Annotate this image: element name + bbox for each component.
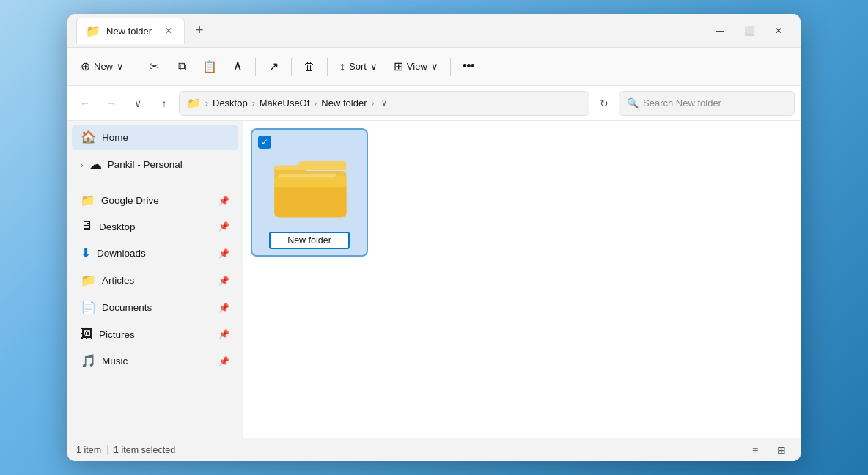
sidebar-music-label: Music xyxy=(102,356,128,367)
forward-icon: → xyxy=(106,97,117,109)
sidebar-item-pictures[interactable]: 🖼 Pictures 📌 xyxy=(72,322,238,347)
view-arrow-icon: ∨ xyxy=(431,61,438,72)
downloads-icon: ⬇ xyxy=(81,246,91,261)
sidebar-desktop-label: Desktop xyxy=(99,221,136,232)
path-makeuseOf: MakeUseOf xyxy=(260,97,310,108)
title-bar: 📁 New folder ✕ + — ⬜ ✕ xyxy=(67,14,801,48)
status-bar: 1 item 1 item selected ≡ ⊞ xyxy=(67,438,801,461)
sidebar-item-google-drive[interactable]: 📁 Google Drive 📌 xyxy=(72,188,238,213)
folder-icon-svg xyxy=(269,147,350,227)
add-tab-button[interactable]: + xyxy=(189,21,210,41)
desktop-icon: 🖥 xyxy=(81,219,93,234)
search-icon: 🔍 xyxy=(627,97,639,108)
new-label: New xyxy=(94,61,113,72)
new-button[interactable]: ⊕ New ∨ xyxy=(73,55,131,78)
google-drive-icon: 📁 xyxy=(81,194,95,207)
toolbar-sep-3 xyxy=(291,58,292,76)
sidebar-articles-label: Articles xyxy=(102,275,134,286)
maximize-button[interactable]: ⬜ xyxy=(736,21,762,41)
toolbar-sep-4 xyxy=(327,58,328,76)
music-icon: 🎵 xyxy=(81,353,96,369)
search-placeholder: Search New folder xyxy=(643,97,721,108)
minimize-button[interactable]: — xyxy=(707,21,733,41)
forward-button[interactable]: → xyxy=(100,92,123,115)
path-desktop: Desktop xyxy=(213,97,248,108)
folder-item-new-folder[interactable]: ✓ xyxy=(251,128,368,257)
pin-icon-music: 📌 xyxy=(218,356,229,367)
sidebar-pictures-label: Pictures xyxy=(99,329,135,340)
sidebar-documents-label: Documents xyxy=(102,302,152,313)
close-button[interactable]: ✕ xyxy=(765,21,792,41)
dropdown-nav-icon: ∨ xyxy=(134,97,141,109)
folder-name-input[interactable] xyxy=(269,232,350,249)
item-count: 1 item xyxy=(76,445,101,455)
articles-icon: 📁 xyxy=(81,273,96,288)
sidebar-google-drive-label: Google Drive xyxy=(101,195,159,206)
cut-icon: ✂ xyxy=(150,59,159,73)
refresh-icon: ↻ xyxy=(600,97,608,109)
sidebar-item-documents[interactable]: 📄 Documents 📌 xyxy=(72,295,238,320)
address-path[interactable]: 📁 › Desktop › MakeUseOf › New folder › ∨ xyxy=(179,91,589,116)
more-button[interactable]: ••• xyxy=(455,54,482,80)
delete-icon: 🗑 xyxy=(304,60,315,73)
list-view-button[interactable]: ≡ xyxy=(745,441,765,459)
refresh-button[interactable]: ↻ xyxy=(592,92,616,115)
toolbar-sep-1 xyxy=(136,58,136,76)
pin-icon-articles: 📌 xyxy=(218,276,229,286)
path-new-folder: New folder xyxy=(321,97,367,108)
address-bar: ← → ∨ ↑ 📁 › Desktop › MakeUseOf › New fo… xyxy=(67,86,801,121)
up-button[interactable]: ↑ xyxy=(152,92,176,115)
sidebar-item-articles[interactable]: 📁 Articles 📌 xyxy=(72,268,238,293)
pin-icon-pictures: 📌 xyxy=(218,329,229,339)
path-sep-4: › xyxy=(371,98,374,108)
sidebar-item-pankil[interactable]: › ☁ Pankil - Personal xyxy=(72,152,238,177)
sort-arrow-icon: ∨ xyxy=(370,61,378,72)
main-content: 🏠 Home › ☁ Pankil - Personal 📁 Google Dr… xyxy=(67,121,801,438)
list-view-icon: ≡ xyxy=(752,444,758,456)
pin-icon-downloads: 📌 xyxy=(218,248,229,259)
path-sep-2: › xyxy=(252,98,255,108)
tab-label: New folder xyxy=(106,26,152,37)
rename-button[interactable]: Ａ xyxy=(224,54,251,80)
toolbar-sep-5 xyxy=(450,58,451,76)
toolbar: ⊕ New ∨ ✂ ⧉ 📋 Ａ ↗ 🗑 ↕ Sort ∨ xyxy=(67,48,801,86)
delete-button[interactable]: 🗑 xyxy=(296,54,323,80)
sidebar-item-music[interactable]: 🎵 Music 📌 xyxy=(72,348,238,374)
status-separator xyxy=(107,445,108,455)
path-folder-icon: 📁 xyxy=(187,97,201,110)
copy-button[interactable]: ⧉ xyxy=(169,54,195,80)
pin-icon-desktop: 📌 xyxy=(218,221,229,232)
rename-icon: Ａ xyxy=(232,60,243,73)
sidebar-item-desktop[interactable]: 🖥 Desktop 📌 xyxy=(72,214,238,239)
sort-button[interactable]: ↕ Sort ∨ xyxy=(332,56,385,78)
sidebar-item-downloads[interactable]: ⬇ Downloads 📌 xyxy=(72,240,238,266)
more-icon: ••• xyxy=(463,59,474,74)
sort-label: Sort xyxy=(349,61,367,72)
view-button[interactable]: ⊞ View ∨ xyxy=(386,55,446,78)
path-sep-3: › xyxy=(314,98,317,108)
selected-count: 1 item selected xyxy=(114,445,175,455)
pin-icon: 📌 xyxy=(218,196,229,206)
file-explorer-window: 📁 New folder ✕ + — ⬜ ✕ ⊕ New ∨ ✂ ⧉ 📋 Ａ xyxy=(67,14,801,461)
toolbar-sep-2 xyxy=(255,58,256,76)
window-controls: — ⬜ ✕ xyxy=(707,21,792,41)
share-button[interactable]: ↗ xyxy=(260,54,287,80)
folder-checkbox[interactable]: ✓ xyxy=(258,136,271,149)
sidebar-downloads-label: Downloads xyxy=(97,248,146,259)
path-sep-1: › xyxy=(205,98,208,108)
back-button[interactable]: ← xyxy=(73,92,97,115)
search-box[interactable]: 🔍 Search New folder xyxy=(619,91,795,116)
grid-view-button[interactable]: ⊞ xyxy=(771,441,792,459)
up-icon: ↑ xyxy=(162,97,167,109)
active-tab[interactable]: 📁 New folder ✕ xyxy=(76,18,185,44)
sidebar-item-home[interactable]: 🏠 Home xyxy=(72,125,238,150)
paste-button[interactable]: 📋 xyxy=(196,54,223,80)
sort-icon: ↕ xyxy=(339,60,345,73)
tab-close-button[interactable]: ✕ xyxy=(162,24,175,37)
cut-button[interactable]: ✂ xyxy=(141,54,167,80)
back-icon: ← xyxy=(80,97,90,109)
dropdown-nav-button[interactable]: ∨ xyxy=(126,92,150,115)
new-icon: ⊕ xyxy=(81,59,90,73)
share-icon: ↗ xyxy=(269,59,279,73)
copy-icon: ⧉ xyxy=(178,60,186,73)
